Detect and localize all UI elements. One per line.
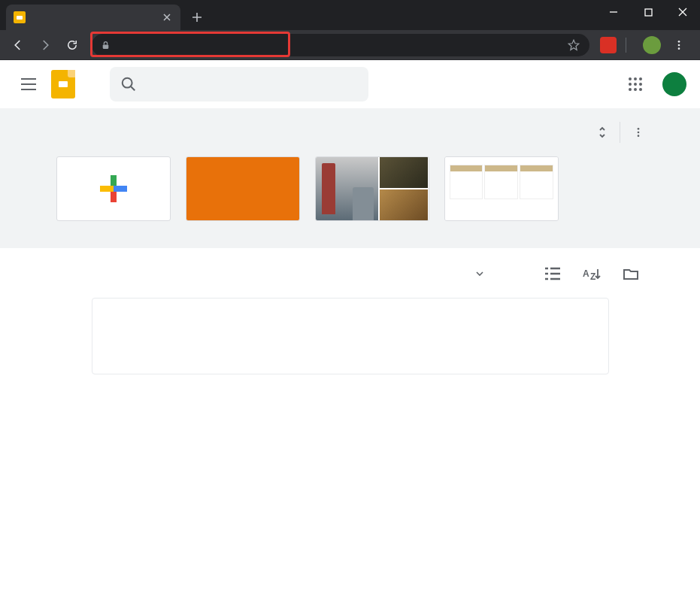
template-row	[56, 156, 644, 229]
template-thumb	[186, 156, 300, 221]
template-header	[56, 122, 644, 143]
recent-header: A Z	[56, 265, 644, 283]
svg-point-5	[123, 78, 132, 88]
svg-point-10	[634, 83, 637, 86]
svg-point-6	[629, 77, 632, 80]
app-header	[0, 60, 700, 108]
list-view-button[interactable]	[544, 265, 562, 283]
template-card-wedding[interactable]	[444, 156, 559, 229]
svg-point-11	[639, 83, 642, 86]
maximize-button[interactable]	[631, 0, 665, 24]
back-button[interactable]	[6, 33, 30, 57]
template-section	[0, 108, 700, 248]
lock-icon	[101, 40, 111, 50]
toolbar	[0, 30, 700, 60]
browser-tab[interactable]	[6, 5, 180, 30]
template-thumb	[56, 156, 171, 221]
svg-point-7	[634, 77, 637, 80]
svg-text:Z: Z	[590, 271, 595, 280]
slides-logo-icon	[51, 70, 75, 98]
template-thumb	[444, 156, 559, 221]
abp-extension-icon[interactable]	[600, 37, 617, 53]
template-thumb	[315, 156, 429, 221]
window-controls	[596, 0, 700, 24]
address-bar[interactable]	[92, 34, 589, 56]
search-container	[110, 67, 368, 102]
profile-avatar-small[interactable]	[643, 36, 661, 54]
svg-point-2	[678, 41, 680, 43]
svg-point-13	[634, 88, 637, 91]
plus-icon	[100, 175, 127, 202]
template-more-button[interactable]	[632, 126, 644, 138]
separator	[620, 122, 620, 143]
owner-filter-dropdown[interactable]	[470, 271, 483, 276]
star-icon[interactable]	[567, 38, 580, 52]
unfold-icon	[597, 126, 608, 139]
svg-point-14	[639, 88, 642, 91]
extensions-area	[597, 33, 694, 57]
svg-point-17	[637, 135, 639, 137]
dropdown-icon	[476, 271, 483, 276]
svg-point-15	[637, 128, 639, 130]
account-avatar[interactable]	[662, 72, 686, 96]
search-icon	[120, 76, 137, 92]
google-apps-button[interactable]	[620, 69, 650, 99]
svg-point-4	[678, 47, 680, 50]
svg-text:A: A	[583, 268, 589, 279]
template-card-blank[interactable]	[56, 156, 171, 229]
open-picker-button[interactable]	[622, 265, 640, 283]
browser-menu-button[interactable]	[667, 33, 691, 57]
viewport: A Z	[0, 60, 700, 594]
new-tab-button[interactable]	[186, 7, 208, 28]
svg-point-3	[678, 44, 680, 46]
tab-strip	[0, 0, 700, 30]
reload-button[interactable]	[60, 33, 84, 57]
search-input[interactable]	[147, 77, 358, 91]
svg-point-8	[639, 77, 642, 80]
close-tab-icon[interactable]	[161, 11, 173, 23]
template-card-big-idea[interactable]	[186, 156, 300, 229]
separator	[626, 38, 626, 53]
svg-rect-0	[645, 9, 652, 16]
main-menu-button[interactable]	[14, 69, 44, 99]
minimize-button[interactable]	[596, 0, 631, 24]
svg-point-9	[629, 83, 632, 86]
svg-rect-1	[103, 44, 109, 48]
svg-point-12	[629, 88, 632, 91]
recent-section: A Z	[0, 248, 700, 391]
sort-az-button[interactable]: A Z	[583, 265, 601, 283]
empty-state	[92, 298, 609, 374]
template-card-photo-album[interactable]	[315, 156, 429, 229]
close-window-button[interactable]	[665, 0, 700, 24]
forward-button[interactable]	[33, 33, 57, 57]
svg-point-16	[637, 132, 639, 134]
slides-favicon	[14, 11, 26, 23]
template-gallery-button[interactable]	[589, 126, 608, 139]
